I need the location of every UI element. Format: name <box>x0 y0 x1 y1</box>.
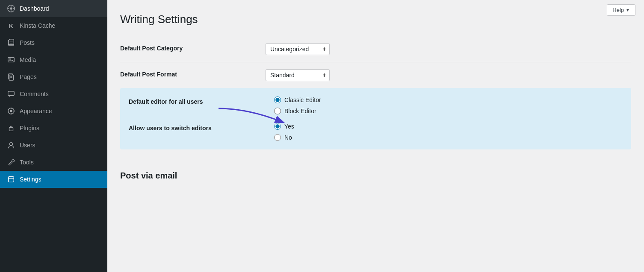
svg-rect-14 <box>8 91 14 96</box>
select-wrapper-format: Standard Aside Chat Gallery Link Image Q… <box>266 69 330 81</box>
sidebar-item-users[interactable]: Users <box>0 137 107 154</box>
label-classic-editor: Classic Editor <box>284 97 321 103</box>
sidebar-label-plugins: Plugins <box>20 125 39 132</box>
plugins-icon <box>7 124 15 132</box>
tools-icon <box>7 158 15 167</box>
select-default-post-format[interactable]: Standard Aside Chat Gallery Link Image Q… <box>266 69 330 81</box>
sidebar-item-pages[interactable]: Pages <box>0 68 107 85</box>
label-default-post-category: Default Post Category <box>120 43 266 52</box>
appearance-icon <box>7 107 15 115</box>
svg-rect-21 <box>9 127 13 131</box>
setting-row-highlighted: Default editor for all users Classic Edi… <box>120 88 631 149</box>
page-title: Writing Settings <box>120 13 631 26</box>
allow-switch-row: Allow users to switch editors Yes No <box>129 123 294 141</box>
sidebar: Dashboard K Kinsta Cache Posts Media Pag… <box>0 0 107 272</box>
svg-point-22 <box>9 143 12 146</box>
svg-point-1 <box>10 7 12 9</box>
radio-classic-editor[interactable] <box>274 97 281 103</box>
svg-rect-23 <box>9 177 14 182</box>
sidebar-item-plugins[interactable]: Plugins <box>0 120 107 137</box>
kinsta-icon: K <box>7 21 15 30</box>
label-no: No <box>284 134 292 141</box>
settings-icon <box>7 175 15 184</box>
sidebar-label-dashboard: Dashboard <box>20 5 49 12</box>
radio-item-block[interactable]: Block Editor <box>274 108 321 114</box>
settings-table: Default Post Category Uncategorized Defa… <box>120 36 631 187</box>
main-content: Help ▼ Writing Settings Default Post Cat… <box>107 0 644 272</box>
radio-block-editor[interactable] <box>274 108 281 114</box>
svg-point-18 <box>11 113 12 114</box>
control-default-post-category: Uncategorized <box>266 43 631 55</box>
sidebar-item-posts[interactable]: Posts <box>0 34 107 51</box>
sidebar-label-tools: Tools <box>20 159 34 166</box>
sidebar-item-settings[interactable]: Settings <box>0 171 107 188</box>
select-default-post-category[interactable]: Uncategorized <box>266 43 330 55</box>
section-title-post-via-email: Post via email <box>120 164 177 181</box>
sidebar-label-media: Media <box>20 56 36 63</box>
sidebar-item-kinsta-cache[interactable]: K Kinsta Cache <box>0 17 107 34</box>
radio-item-yes[interactable]: Yes <box>274 123 294 130</box>
control-default-editor: Classic Editor Block Editor <box>274 97 321 114</box>
sidebar-label-settings: Settings <box>20 176 41 183</box>
svg-point-16 <box>10 110 12 112</box>
radio-item-classic[interactable]: Classic Editor <box>274 97 321 103</box>
setting-row-default-post-category: Default Post Category Uncategorized <box>120 36 631 62</box>
select-wrapper-category: Uncategorized <box>266 43 330 55</box>
radio-item-no[interactable]: No <box>274 134 294 141</box>
comments-icon <box>7 90 15 98</box>
control-allow-switch: Yes No <box>274 123 294 141</box>
pages-icon <box>7 73 15 81</box>
svg-rect-8 <box>8 58 14 62</box>
sidebar-item-tools[interactable]: Tools <box>0 154 107 171</box>
default-editor-row: Default editor for all users Classic Edi… <box>129 97 321 114</box>
sidebar-label-kinsta: Kinsta Cache <box>20 22 55 29</box>
sidebar-label-users: Users <box>20 142 35 149</box>
users-icon <box>7 141 15 149</box>
dashboard-icon <box>7 4 15 13</box>
sidebar-label-pages: Pages <box>20 73 37 80</box>
svg-point-19 <box>8 111 9 112</box>
sidebar-item-dashboard[interactable]: Dashboard <box>0 0 107 17</box>
setting-row-post-via-email: Post via email <box>120 153 631 187</box>
sidebar-item-comments[interactable]: Comments <box>0 85 107 102</box>
media-icon <box>7 56 15 64</box>
sidebar-item-media[interactable]: Media <box>0 51 107 68</box>
sidebar-label-posts: Posts <box>20 39 35 46</box>
sidebar-label-comments: Comments <box>20 91 49 97</box>
label-allow-switch: Allow users to switch editors <box>129 123 274 132</box>
control-default-post-format: Standard Aside Chat Gallery Link Image Q… <box>266 69 631 81</box>
sidebar-item-appearance[interactable]: Appearance <box>0 102 107 120</box>
svg-point-17 <box>11 108 12 109</box>
label-block-editor: Block Editor <box>284 108 316 114</box>
help-label: Help <box>612 7 624 13</box>
label-default-post-format: Default Post Format <box>120 69 266 78</box>
radio-no[interactable] <box>274 134 281 141</box>
sidebar-label-appearance: Appearance <box>20 108 52 114</box>
label-yes: Yes <box>284 123 294 130</box>
label-default-editor: Default editor for all users <box>129 97 274 105</box>
svg-point-20 <box>13 111 15 112</box>
help-chevron-icon: ▼ <box>626 8 630 12</box>
posts-icon <box>7 38 15 47</box>
radio-yes[interactable] <box>274 123 281 130</box>
help-button[interactable]: Help ▼ <box>607 4 635 16</box>
setting-row-default-post-format: Default Post Format Standard Aside Chat … <box>120 62 631 88</box>
